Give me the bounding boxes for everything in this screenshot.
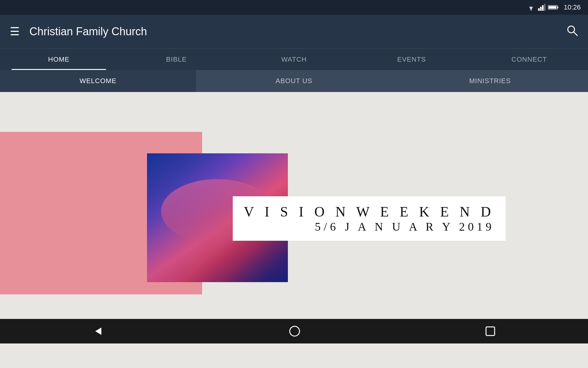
main-content: V I S I O N W E E K E N D 5/6 J A N U A …: [0, 92, 588, 343]
app-bar-left: ☰ Christian Family Church: [10, 25, 147, 38]
svg-rect-1: [538, 8, 540, 11]
status-time: 10:26: [564, 3, 581, 11]
secondary-nav-ministries[interactable]: MINISTRIES: [392, 70, 588, 92]
app-title: Christian Family Church: [29, 25, 147, 38]
status-bar: 10:26: [0, 0, 588, 15]
svg-rect-12: [486, 327, 495, 335]
nav-item-events[interactable]: EVENTS: [353, 49, 470, 70]
svg-point-11: [290, 326, 300, 336]
vision-title: V I S I O N W E E K E N D: [244, 204, 495, 220]
vision-text-box: V I S I O N W E E K E N D 5/6 J A N U A …: [233, 196, 506, 241]
signal-icon: [538, 4, 545, 11]
svg-rect-3: [542, 5, 544, 11]
nav-item-watch[interactable]: WATCH: [235, 49, 353, 70]
nav-item-bible[interactable]: BIBLE: [118, 49, 235, 70]
svg-rect-6: [557, 6, 558, 8]
svg-rect-2: [540, 7, 541, 11]
recent-apps-button[interactable]: [485, 326, 496, 337]
svg-rect-4: [544, 4, 545, 11]
svg-marker-10: [95, 328, 101, 335]
nav-item-home[interactable]: HOME: [0, 49, 118, 70]
home-button[interactable]: [288, 325, 301, 337]
vision-date: 5/6 J A N U A R Y 2019: [244, 220, 495, 233]
app-bar: ☰ Christian Family Church: [0, 15, 588, 48]
menu-icon[interactable]: ☰: [10, 25, 20, 38]
search-icon[interactable]: [566, 24, 578, 39]
secondary-nav-welcome[interactable]: WELCOME: [0, 70, 196, 92]
bottom-nav: [0, 319, 588, 343]
back-button[interactable]: [92, 325, 104, 337]
svg-rect-7: [548, 6, 556, 9]
nav-item-connect[interactable]: CONNECT: [470, 49, 588, 70]
secondary-nav-about-us[interactable]: ABOUT US: [196, 70, 392, 92]
svg-line-9: [574, 32, 577, 36]
wifi-icon: [526, 4, 536, 11]
status-icons: 10:26: [526, 3, 581, 11]
primary-nav: HOME BIBLE WATCH EVENTS CONNECT: [0, 48, 588, 70]
svg-point-0: [530, 10, 532, 11]
secondary-nav: WELCOME ABOUT US MINISTRIES: [0, 70, 588, 92]
battery-icon: [548, 5, 559, 10]
